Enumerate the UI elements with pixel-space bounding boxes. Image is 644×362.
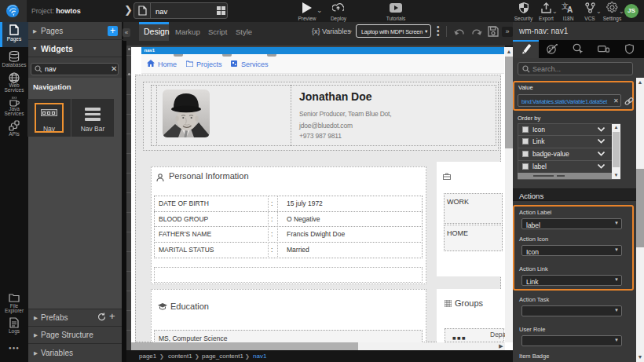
- svg-text:A: A: [567, 5, 573, 13]
